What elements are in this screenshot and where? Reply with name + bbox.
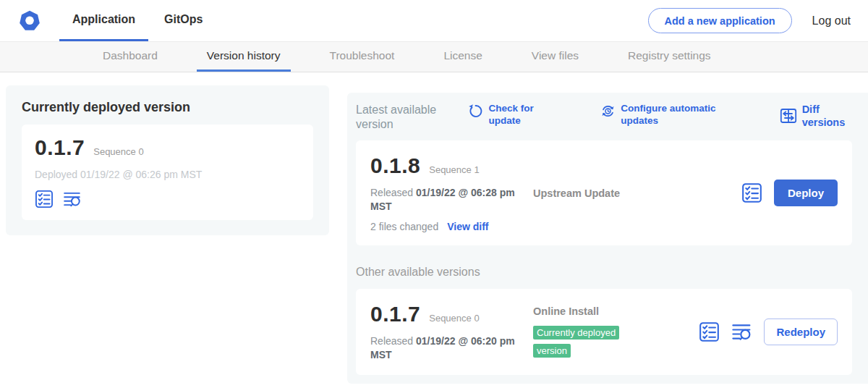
currently-deployed-panel: Currently deployed version 0.1.7 Sequenc…: [6, 85, 329, 235]
auto-update-icon: [600, 104, 616, 119]
available-versions-panel: Latest available version Check for updat…: [347, 93, 868, 384]
latest-available-title: Latest available version: [356, 103, 436, 132]
tab-registry-settings[interactable]: Registry settings: [618, 42, 721, 72]
latest-sequence-label: Sequence 1: [429, 164, 479, 175]
other-version-card: 0.1.7 Sequence 0 Released 01/19/22 @ 06:…: [356, 289, 852, 375]
tab-license[interactable]: License: [433, 42, 492, 72]
deployed-version-number: 0.1.7: [35, 135, 85, 160]
preflight-checklist-icon[interactable]: [699, 321, 720, 342]
other-version-number: 0.1.7: [370, 302, 420, 326]
tab-troubleshoot[interactable]: Troubleshoot: [320, 42, 405, 72]
add-application-button[interactable]: Add a new application: [648, 8, 792, 33]
preflight-checklist-icon[interactable]: [35, 190, 54, 208]
top-tab-application[interactable]: Application: [59, 0, 148, 41]
check-for-update-label: Check for update: [488, 103, 553, 127]
latest-version-card: 0.1.8 Sequence 1 Released 01/19/22 @ 06:…: [356, 140, 852, 245]
deployed-timestamp: Deployed 01/19/22 @ 06:26 pm MST: [35, 169, 300, 180]
preflight-checklist-icon[interactable]: [741, 182, 762, 203]
released-label: Released: [370, 335, 416, 347]
top-bar: Application GitOps Add a new application…: [0, 0, 868, 41]
view-logs-icon[interactable]: [731, 321, 752, 342]
latest-released-timestamp: Released 01/19/22 @ 06:28 pm MST: [370, 186, 522, 214]
app-logo[interactable]: [17, 0, 42, 41]
currently-deployed-badge: Currently deployed version: [533, 326, 619, 358]
configure-automatic-updates-label: Configure automatic updates: [621, 103, 731, 127]
refresh-icon: [468, 104, 483, 119]
other-versions-title: Other available versions: [356, 266, 852, 279]
kots-admin-console: Application GitOps Add a new application…: [0, 0, 868, 388]
top-nav: Application GitOps: [59, 0, 218, 41]
top-bar-right: Add a new application Log out: [648, 0, 856, 41]
check-for-update-link[interactable]: Check for update: [468, 103, 553, 127]
tab-version-history[interactable]: Version history: [197, 42, 291, 72]
latest-source-label: Upstream Update: [533, 187, 620, 199]
deploy-button[interactable]: Deploy: [774, 180, 838, 206]
other-source-label: Online Install: [533, 305, 599, 317]
configure-automatic-updates-link[interactable]: Configure automatic updates: [600, 103, 731, 127]
top-tab-gitops[interactable]: GitOps: [151, 0, 216, 41]
available-versions-header: Latest available version Check for updat…: [356, 103, 852, 132]
app-logo-icon: [17, 9, 42, 33]
currently-deployed-title: Currently deployed version: [22, 100, 313, 115]
main-content: Currently deployed version 0.1.7 Sequenc…: [0, 72, 868, 384]
tab-view-files[interactable]: View files: [522, 42, 589, 72]
logout-link[interactable]: Log out: [812, 14, 856, 28]
latest-version-number: 0.1.8: [370, 153, 420, 178]
diff-versions-label: Diff versions: [802, 103, 852, 129]
deployed-sequence-label: Sequence 0: [93, 146, 143, 157]
tab-dashboard[interactable]: Dashboard: [93, 42, 168, 72]
released-label: Released: [370, 187, 416, 198]
view-logs-icon[interactable]: [63, 190, 82, 208]
app-sub-nav: Dashboard Version history Troubleshoot L…: [0, 41, 868, 72]
view-diff-link[interactable]: View diff: [447, 221, 488, 232]
other-sequence-label: Sequence 0: [429, 313, 479, 324]
deployed-version-card: 0.1.7 Sequence 0 Deployed 01/19/22 @ 06:…: [22, 125, 313, 220]
files-changed-label: 2 files changed: [370, 221, 438, 232]
diff-versions-icon: [780, 107, 797, 125]
redeploy-button[interactable]: Redeploy: [764, 319, 838, 345]
other-released-timestamp: Released 01/19/22 @ 06:20 pm MST: [370, 334, 522, 362]
diff-versions-link[interactable]: Diff versions: [780, 103, 852, 129]
